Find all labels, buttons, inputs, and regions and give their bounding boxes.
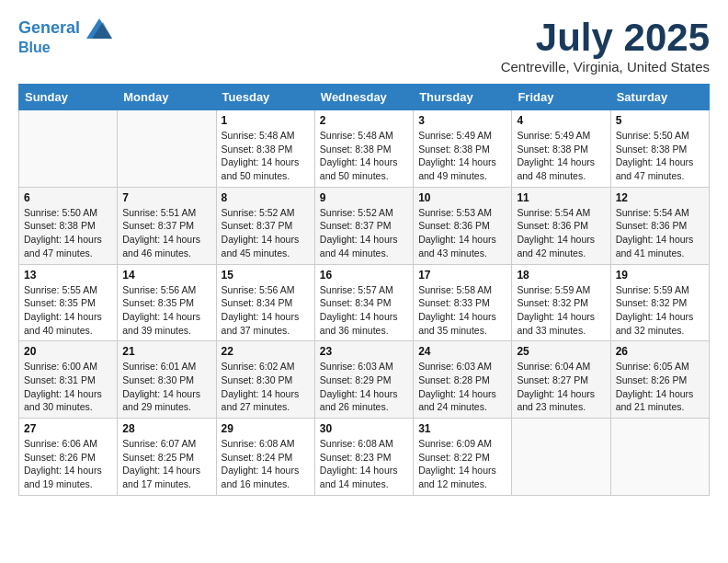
- logo-blue: Blue: [18, 39, 112, 56]
- day-info: Sunrise: 5:56 AMSunset: 8:34 PMDaylight:…: [222, 283, 310, 338]
- day-number: 7: [122, 191, 210, 204]
- day-info: Sunrise: 6:00 AMSunset: 8:31 PMDaylight:…: [24, 360, 112, 414]
- calendar-cell: 8Sunrise: 5:52 AMSunset: 8:37 PMDaylight…: [216, 187, 314, 264]
- calendar-cell: 14Sunrise: 5:56 AMSunset: 8:35 PMDayligh…: [118, 264, 216, 341]
- day-number: 23: [320, 345, 408, 358]
- day-number: 26: [616, 345, 704, 358]
- logo-text: General: [18, 18, 112, 39]
- calendar-table: SundayMondayTuesdayWednesdayThursdayFrid…: [18, 84, 710, 496]
- day-info: Sunrise: 5:54 AMSunset: 8:36 PMDaylight:…: [517, 206, 605, 260]
- calendar-cell: 26Sunrise: 6:05 AMSunset: 8:26 PMDayligh…: [610, 341, 709, 419]
- calendar-cell: 11Sunrise: 5:54 AMSunset: 8:36 PMDayligh…: [512, 187, 610, 264]
- day-info: Sunrise: 5:48 AMSunset: 8:38 PMDaylight:…: [222, 129, 310, 183]
- day-info: Sunrise: 6:01 AMSunset: 8:30 PMDaylight:…: [122, 360, 210, 414]
- day-info: Sunrise: 6:08 AMSunset: 8:23 PMDaylight:…: [320, 437, 408, 491]
- calendar-week-row: 13Sunrise: 5:55 AMSunset: 8:35 PMDayligh…: [19, 264, 710, 341]
- day-number: 24: [418, 345, 506, 358]
- day-info: Sunrise: 5:57 AMSunset: 8:34 PMDaylight:…: [320, 283, 408, 338]
- calendar-cell: 9Sunrise: 5:52 AMSunset: 8:37 PMDaylight…: [314, 187, 413, 264]
- calendar-cell: 12Sunrise: 5:54 AMSunset: 8:36 PMDayligh…: [610, 187, 709, 264]
- calendar-cell: 6Sunrise: 5:50 AMSunset: 8:38 PMDaylight…: [19, 187, 118, 264]
- calendar-cell: 7Sunrise: 5:51 AMSunset: 8:37 PMDaylight…: [118, 187, 216, 264]
- day-info: Sunrise: 6:02 AMSunset: 8:30 PMDaylight:…: [222, 360, 310, 414]
- day-info: Sunrise: 5:52 AMSunset: 8:37 PMDaylight:…: [222, 206, 310, 260]
- calendar-cell: 19Sunrise: 5:59 AMSunset: 8:32 PMDayligh…: [610, 264, 709, 341]
- calendar-cell: 2Sunrise: 5:48 AMSunset: 8:38 PMDaylight…: [314, 110, 413, 188]
- day-number: 6: [24, 191, 112, 204]
- calendar-cell: 10Sunrise: 5:53 AMSunset: 8:36 PMDayligh…: [414, 187, 512, 264]
- calendar-cell: 25Sunrise: 6:04 AMSunset: 8:27 PMDayligh…: [512, 341, 610, 419]
- calendar-cell: [512, 419, 610, 496]
- calendar-week-row: 20Sunrise: 6:00 AMSunset: 8:31 PMDayligh…: [19, 341, 710, 419]
- calendar-cell: 30Sunrise: 6:08 AMSunset: 8:23 PMDayligh…: [314, 419, 413, 496]
- day-info: Sunrise: 5:49 AMSunset: 8:38 PMDaylight:…: [418, 129, 506, 183]
- calendar-cell: 1Sunrise: 5:48 AMSunset: 8:38 PMDaylight…: [216, 110, 314, 188]
- calendar-week-row: 6Sunrise: 5:50 AMSunset: 8:38 PMDaylight…: [19, 187, 710, 264]
- calendar-week-row: 1Sunrise: 5:48 AMSunset: 8:38 PMDaylight…: [19, 110, 710, 188]
- calendar-cell: 17Sunrise: 5:58 AMSunset: 8:33 PMDayligh…: [414, 264, 512, 341]
- calendar-cell: 5Sunrise: 5:50 AMSunset: 8:38 PMDaylight…: [610, 110, 709, 188]
- day-info: Sunrise: 6:06 AMSunset: 8:26 PMDaylight:…: [24, 437, 112, 491]
- day-info: Sunrise: 5:50 AMSunset: 8:38 PMDaylight:…: [616, 129, 704, 183]
- calendar-cell: 21Sunrise: 6:01 AMSunset: 8:30 PMDayligh…: [118, 341, 216, 419]
- weekday-header: Tuesday: [216, 85, 314, 110]
- calendar-cell: 27Sunrise: 6:06 AMSunset: 8:26 PMDayligh…: [19, 419, 118, 496]
- day-number: 12: [616, 191, 704, 204]
- day-info: Sunrise: 6:09 AMSunset: 8:22 PMDaylight:…: [418, 437, 506, 491]
- day-number: 3: [418, 114, 506, 127]
- calendar-header-row: SundayMondayTuesdayWednesdayThursdayFrid…: [19, 85, 710, 110]
- calendar-cell: 29Sunrise: 6:08 AMSunset: 8:24 PMDayligh…: [216, 419, 314, 496]
- day-info: Sunrise: 6:03 AMSunset: 8:28 PMDaylight:…: [418, 360, 506, 414]
- day-info: Sunrise: 6:03 AMSunset: 8:29 PMDaylight:…: [320, 360, 408, 414]
- logo-icon: [86, 18, 112, 39]
- day-info: Sunrise: 6:05 AMSunset: 8:26 PMDaylight:…: [616, 360, 704, 414]
- calendar-cell: 31Sunrise: 6:09 AMSunset: 8:22 PMDayligh…: [414, 419, 512, 496]
- day-number: 22: [222, 345, 310, 358]
- calendar-cell: 22Sunrise: 6:02 AMSunset: 8:30 PMDayligh…: [216, 341, 314, 419]
- day-number: 1: [222, 114, 310, 127]
- weekday-header: Monday: [118, 85, 216, 110]
- weekday-header: Friday: [512, 85, 610, 110]
- day-info: Sunrise: 5:54 AMSunset: 8:36 PMDaylight:…: [616, 206, 704, 260]
- day-number: 14: [122, 269, 210, 282]
- weekday-header: Wednesday: [314, 85, 413, 110]
- day-number: 19: [616, 269, 704, 282]
- day-number: 21: [122, 345, 210, 358]
- day-number: 13: [24, 269, 112, 282]
- day-number: 18: [517, 269, 605, 282]
- calendar-cell: 15Sunrise: 5:56 AMSunset: 8:34 PMDayligh…: [216, 264, 314, 341]
- calendar-cell: 20Sunrise: 6:00 AMSunset: 8:31 PMDayligh…: [19, 341, 118, 419]
- day-info: Sunrise: 5:48 AMSunset: 8:38 PMDaylight:…: [320, 129, 408, 183]
- day-number: 10: [418, 191, 506, 204]
- day-info: Sunrise: 6:08 AMSunset: 8:24 PMDaylight:…: [222, 437, 310, 491]
- calendar-cell: 28Sunrise: 6:07 AMSunset: 8:25 PMDayligh…: [118, 419, 216, 496]
- day-info: Sunrise: 5:58 AMSunset: 8:33 PMDaylight:…: [418, 283, 506, 338]
- day-number: 25: [517, 345, 605, 358]
- title-block: July 2025 Centreville, Virginia, United …: [501, 18, 710, 75]
- calendar-cell: 23Sunrise: 6:03 AMSunset: 8:29 PMDayligh…: [314, 341, 413, 419]
- day-number: 8: [222, 191, 310, 204]
- weekday-header: Saturday: [610, 85, 709, 110]
- day-number: 20: [24, 345, 112, 358]
- day-number: 17: [418, 269, 506, 282]
- day-number: 9: [320, 191, 408, 204]
- day-number: 2: [320, 114, 408, 127]
- day-number: 27: [24, 422, 112, 435]
- day-number: 30: [320, 422, 408, 435]
- day-number: 16: [320, 269, 408, 282]
- day-info: Sunrise: 5:50 AMSunset: 8:38 PMDaylight:…: [24, 206, 112, 260]
- day-info: Sunrise: 5:52 AMSunset: 8:37 PMDaylight:…: [320, 206, 408, 260]
- day-info: Sunrise: 5:55 AMSunset: 8:35 PMDaylight:…: [24, 283, 112, 338]
- calendar-week-row: 27Sunrise: 6:06 AMSunset: 8:26 PMDayligh…: [19, 419, 710, 496]
- calendar-cell: [19, 110, 118, 188]
- day-number: 4: [517, 114, 605, 127]
- day-info: Sunrise: 5:59 AMSunset: 8:32 PMDaylight:…: [616, 283, 704, 338]
- day-info: Sunrise: 5:59 AMSunset: 8:32 PMDaylight:…: [517, 283, 605, 338]
- day-number: 5: [616, 114, 704, 127]
- calendar-cell: 24Sunrise: 6:03 AMSunset: 8:28 PMDayligh…: [414, 341, 512, 419]
- day-info: Sunrise: 5:56 AMSunset: 8:35 PMDaylight:…: [122, 283, 210, 338]
- day-number: 11: [517, 191, 605, 204]
- day-info: Sunrise: 5:53 AMSunset: 8:36 PMDaylight:…: [418, 206, 506, 260]
- calendar-cell: 16Sunrise: 5:57 AMSunset: 8:34 PMDayligh…: [314, 264, 413, 341]
- day-info: Sunrise: 6:07 AMSunset: 8:25 PMDaylight:…: [122, 437, 210, 491]
